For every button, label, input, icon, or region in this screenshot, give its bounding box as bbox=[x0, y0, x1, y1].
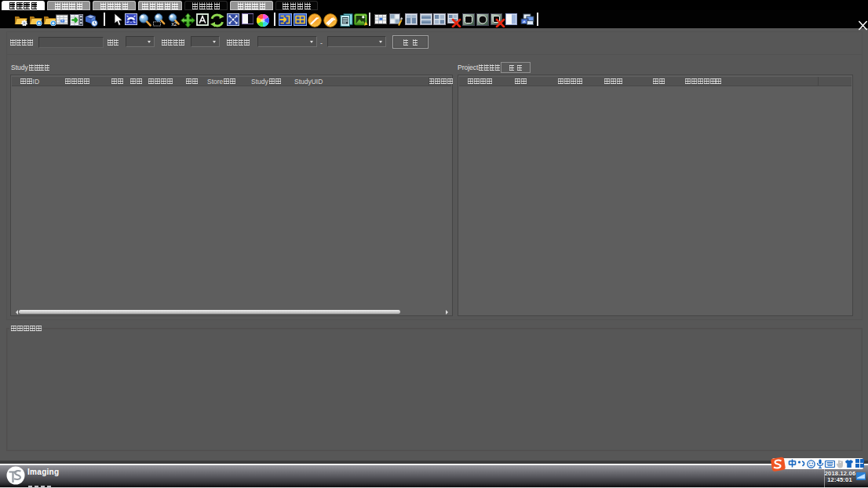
svg-text:x2: x2 bbox=[172, 21, 177, 27]
